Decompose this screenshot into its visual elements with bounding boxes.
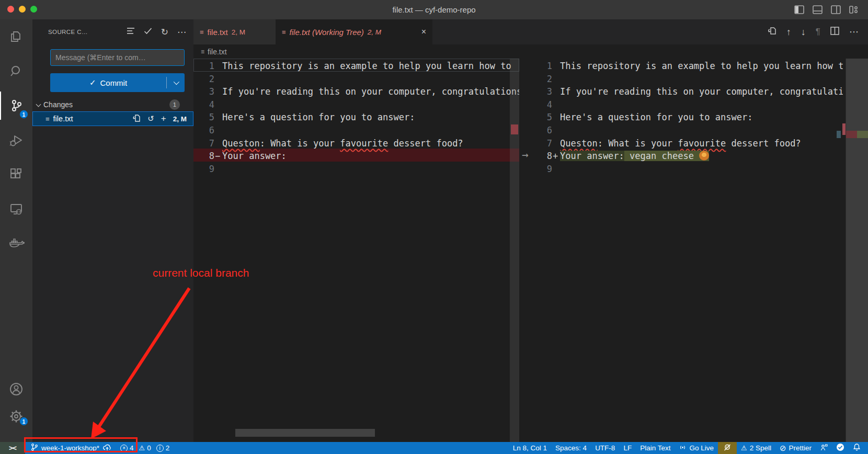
- split-editor-icon[interactable]: [830, 27, 839, 37]
- code-line: 9: [539, 162, 843, 175]
- next-change-icon[interactable]: ↓: [801, 27, 806, 38]
- tab-file-txt[interactable]: ≡ file.txt 2, M: [193, 19, 276, 44]
- feedback-person-icon: [820, 444, 828, 453]
- notifications-button[interactable]: [849, 442, 868, 454]
- right-overview-ruler[interactable]: [846, 59, 868, 442]
- annotation-box: [24, 437, 138, 452]
- source-control-badge: 1: [19, 110, 28, 119]
- discard-changes-icon[interactable]: ↺: [147, 114, 154, 123]
- tab-label: file.txt: [208, 28, 228, 37]
- file-icon: ≡: [200, 28, 204, 36]
- backup-sync-status[interactable]: [832, 442, 849, 454]
- activity-bar: 1 1: [0, 19, 32, 442]
- stage-changes-icon[interactable]: +: [161, 114, 166, 124]
- changes-count-badge: 1: [169, 99, 180, 110]
- check-icon: ✓: [89, 78, 96, 87]
- tab-file-txt-working-tree[interactable]: ≡ file.txt (Working Tree) 2, M ×: [276, 19, 432, 44]
- extensions-icon[interactable]: [0, 157, 32, 192]
- cursor-position[interactable]: Ln 8, Col 1: [509, 442, 551, 454]
- refresh-icon[interactable]: ↻: [161, 27, 168, 38]
- broadcast-icon: [679, 444, 687, 453]
- eol-indicator[interactable]: LF: [619, 442, 636, 454]
- previous-change-icon[interactable]: ↑: [786, 27, 791, 38]
- go-live-button[interactable]: Go Live: [675, 442, 718, 454]
- toggle-secondary-sidebar-icon[interactable]: [831, 5, 841, 14]
- ruler-mark-teal: [837, 131, 841, 138]
- code-line: 9: [193, 162, 519, 175]
- accounts-icon[interactable]: [0, 376, 32, 403]
- feedback-button[interactable]: [816, 442, 832, 454]
- diff-editor[interactable]: 1This repository is an example to help y…: [193, 59, 868, 442]
- tab-label: file.txt (Working Tree): [290, 28, 364, 37]
- explorer-icon[interactable]: [0, 19, 32, 54]
- source-control-icon[interactable]: 1: [0, 88, 32, 123]
- vscode-window: file.txt — cyf-demo-repo 1: [0, 0, 868, 454]
- code-line: 6: [193, 123, 519, 136]
- changes-label: Changes: [43, 100, 73, 109]
- encoding-indicator[interactable]: UTF-8: [591, 442, 619, 454]
- changed-file-row[interactable]: ≡ file.txt ↺ + 2, M: [32, 111, 193, 126]
- diff-modified-pane[interactable]: 1This repository is an example to help y…: [539, 59, 843, 442]
- view-as-list-icon[interactable]: [127, 27, 135, 37]
- code-line: 3If you're reading this on your computer…: [193, 84, 519, 97]
- open-file-icon[interactable]: [132, 114, 141, 124]
- code-line: 7Queston: What is your favourite dessert…: [193, 136, 519, 149]
- check-circle-icon: [836, 443, 844, 453]
- editor-toolbar: ↑ ↓ ¶ ⋯: [767, 19, 868, 44]
- prettier-indicator[interactable]: ⊘ Prettier: [775, 442, 816, 454]
- whitespace-icon[interactable]: ¶: [816, 27, 820, 37]
- breadcrumb[interactable]: ≡ file.txt: [193, 44, 868, 59]
- commit-dropdown-button[interactable]: [167, 81, 185, 85]
- run-debug-icon[interactable]: [0, 123, 32, 157]
- search-icon[interactable]: [0, 54, 32, 88]
- code-line: 3If you're reading this on your computer…: [539, 84, 843, 97]
- code-line: 5Here's a question for you to answer:: [539, 110, 843, 123]
- commit-button[interactable]: ✓ Commit: [50, 73, 185, 92]
- remote-explorer-icon[interactable]: [0, 192, 32, 226]
- close-tab-icon[interactable]: ×: [421, 27, 426, 37]
- toggle-panel-icon[interactable]: [813, 5, 823, 14]
- mooncake-emoji: [699, 151, 709, 161]
- indentation-indicator[interactable]: Spaces: 4: [551, 442, 591, 454]
- left-pane-scrollbar[interactable]: [510, 59, 519, 442]
- file-icon: ≡: [201, 48, 204, 55]
- changes-section-header[interactable]: Changes 1: [32, 98, 193, 111]
- sidebar-title: SOURCE C…: [48, 29, 88, 35]
- spell-checker-indicator[interactable]: ⚠ 2 Spell: [737, 442, 775, 454]
- file-change-status: 2, M: [173, 115, 187, 123]
- source-control-sidebar: SOURCE C… ↻ ⋯ ✓ Commit Changes 1 ≡ file.…: [32, 19, 193, 442]
- code-line: 4: [193, 97, 519, 110]
- window-title: file.txt — cyf-demo-repo: [0, 5, 868, 14]
- chevron-down-icon: [174, 79, 179, 85]
- more-actions-icon[interactable]: ⋯: [849, 26, 859, 38]
- open-changes-icon[interactable]: [767, 26, 776, 38]
- title-bar: file.txt — cyf-demo-repo: [0, 0, 868, 19]
- deleted-line-ruler-mark: [511, 124, 518, 134]
- commit-message-input[interactable]: [50, 49, 185, 66]
- remote-indicator[interactable]: ><: [0, 442, 25, 454]
- horizontal-scrollbar[interactable]: [235, 429, 375, 437]
- code-line: 5Here's a question for you to answer:: [193, 110, 519, 123]
- settings-gear-icon[interactable]: 1: [0, 403, 32, 430]
- copilot-disabled-indicator[interactable]: [718, 442, 737, 454]
- language-mode[interactable]: Plain Text: [636, 442, 675, 454]
- code-line: 1This repository is an example to help y…: [539, 59, 843, 72]
- commit-check-icon[interactable]: [144, 27, 152, 37]
- more-actions-icon[interactable]: ⋯: [177, 27, 186, 38]
- settings-badge: 1: [19, 417, 28, 426]
- tab-bar: ≡ file.txt 2, M ≡ file.txt (Working Tree…: [193, 19, 868, 44]
- warnings-icon: ⚠: [139, 444, 145, 452]
- infos-icon: i: [156, 445, 164, 452]
- editor-area: ≡ file.txt 2, M ≡ file.txt (Working Tree…: [193, 19, 868, 442]
- annotation-text: current local branch: [153, 267, 249, 279]
- tab-status: 2, M: [232, 28, 245, 36]
- copilot-disabled-icon: [723, 444, 732, 453]
- file-icon: ≡: [282, 28, 286, 36]
- ruler-mark-pink: [842, 123, 846, 135]
- tab-status: 2, M: [368, 28, 381, 36]
- customize-layout-icon[interactable]: [849, 5, 859, 14]
- toggle-sidebar-icon[interactable]: [794, 5, 804, 14]
- docker-icon[interactable]: [0, 226, 32, 261]
- code-line: 2: [539, 72, 843, 85]
- diff-original-pane[interactable]: 1This repository is an example to help y…: [193, 59, 519, 442]
